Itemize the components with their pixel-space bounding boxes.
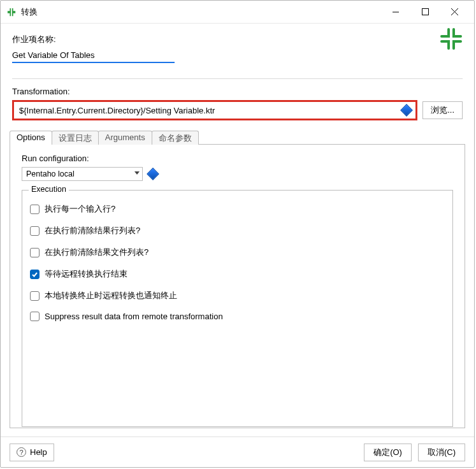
transformation-section: Transformation: ${Internal.Entry.Current…	[1, 79, 474, 120]
checkbox-row-clear-result-files[interactable]: 在执行前清除结果文件列表?	[30, 247, 445, 258]
run-configuration-select[interactable]: Pentaho local	[22, 167, 143, 181]
checkbox-label: 本地转换终止时远程转换也通知终止	[45, 290, 177, 301]
tab-options[interactable]: Options	[10, 131, 52, 145]
tab-logging[interactable]: 设置日志	[52, 131, 99, 145]
checkbox[interactable]	[30, 248, 40, 257]
checkbox[interactable]	[30, 205, 40, 214]
tab-named-params[interactable]: 命名参数	[152, 131, 199, 145]
checkbox-row-wait-remote[interactable]: 等待远程转换执行结束	[30, 268, 445, 280]
transformation-value: ${Internal.Entry.Current.Directory}/Sett…	[19, 106, 401, 115]
checkbox-label: 等待远程转换执行结束	[45, 268, 127, 280]
checkbox-row-execute-per-input[interactable]: 执行每一个输入行?	[30, 203, 445, 215]
bottom-bar: ? Help 确定(O) 取消(C)	[1, 437, 474, 467]
help-label: Help	[30, 447, 47, 457]
chevron-down-icon	[134, 171, 140, 175]
close-button[interactable]	[440, 3, 469, 22]
run-configuration-value: Pentaho local	[26, 170, 75, 178]
titlebar: 转换	[1, 1, 474, 24]
maximize-button[interactable]	[410, 3, 440, 22]
window-title: 转换	[21, 6, 381, 18]
checkbox-label: 在执行前清除结果文件列表?	[45, 247, 148, 258]
checkbox-label: Suppress result data from remote transfo…	[45, 312, 223, 321]
transformation-input[interactable]: ${Internal.Entry.Current.Directory}/Sett…	[12, 100, 417, 120]
checkbox-row-suppress-result[interactable]: Suppress result data from remote transfo…	[30, 312, 445, 321]
ok-button[interactable]: 确定(O)	[364, 444, 412, 461]
execution-fieldset: Execution 执行每一个输入行? 在执行前清除结果行列表? 在执行前清除结…	[22, 190, 453, 427]
execution-legend: Execution	[29, 185, 69, 194]
browse-button[interactable]: 浏览...	[422, 101, 463, 119]
job-name-label: 作业项名称:	[12, 34, 463, 45]
tab-panel-options: Run configuration: Pentaho local Executi…	[10, 144, 465, 428]
checkbox[interactable]	[30, 270, 40, 279]
tab-strip: Options 设置日志 Arguments 命名参数	[10, 131, 465, 145]
collapse-icon	[440, 27, 463, 52]
dialog-window: 转换 作业项名称: Transforma	[0, 0, 475, 468]
tab-container: Options 设置日志 Arguments 命名参数 Run configur…	[10, 131, 465, 429]
help-button[interactable]: ? Help	[10, 444, 54, 461]
run-configuration-label: Run configuration:	[22, 154, 453, 163]
checkbox-row-local-abort-remote[interactable]: 本地转换终止时远程转换也通知终止	[30, 290, 445, 301]
svg-rect-1	[422, 9, 428, 15]
header-section: 作业项名称:	[1, 24, 474, 69]
checkbox-label: 执行每一个输入行?	[45, 203, 115, 215]
minimize-button[interactable]	[381, 3, 410, 22]
variable-indicator-icon	[148, 169, 159, 180]
checkbox-label: 在执行前清除结果行列表?	[45, 225, 140, 236]
app-icon	[7, 8, 16, 17]
checkbox-row-clear-result-rows[interactable]: 在执行前清除结果行列表?	[30, 225, 445, 236]
tab-arguments[interactable]: Arguments	[98, 131, 152, 145]
job-name-input[interactable]	[12, 49, 175, 63]
variable-indicator-icon	[401, 105, 412, 116]
help-icon: ?	[17, 447, 26, 457]
checkbox[interactable]	[30, 291, 40, 301]
checkbox[interactable]	[30, 312, 40, 321]
checkbox[interactable]	[30, 226, 40, 236]
cancel-button[interactable]: 取消(C)	[418, 444, 465, 461]
transformation-label: Transformation:	[12, 87, 463, 96]
